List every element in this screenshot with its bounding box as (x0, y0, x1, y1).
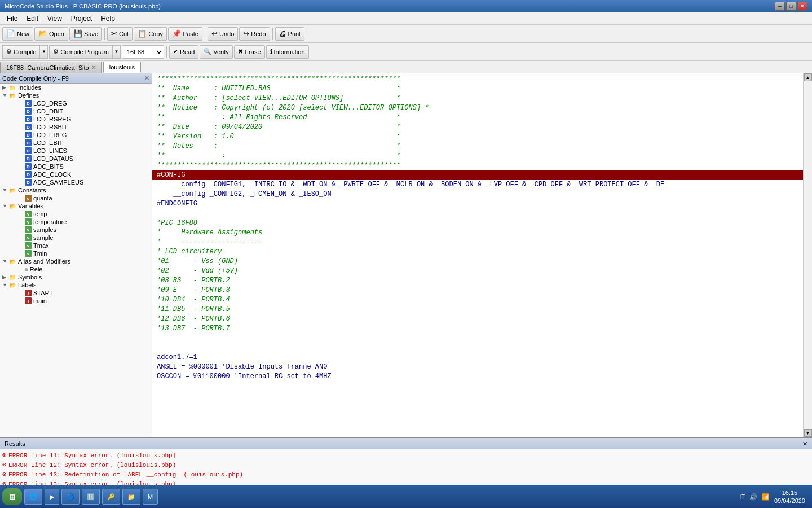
tree-includes[interactable]: ▶ 📁 Includes (0, 84, 152, 91)
tree-var-samples[interactable]: vsamples (0, 226, 152, 234)
undo-button[interactable]: ↩ Undo (208, 27, 238, 41)
tree-define-lcd_ebit[interactable]: DLCD_EBIT (0, 139, 152, 147)
open-button[interactable]: 📂 Open (34, 27, 68, 41)
main-area: Code Compile Only - F9 ✕ ▶ 📁 Includes ▼ … (0, 73, 812, 437)
tree-define-adc_clock[interactable]: DADC_CLOCK (0, 170, 152, 178)
tree-defines[interactable]: ▼ 📂 Defines (0, 91, 152, 99)
defines-expand-icon: ▼ (2, 93, 9, 98)
code-line: '* : All Rights Reserved * (157, 113, 798, 122)
code-editor[interactable]: '***************************************… (152, 73, 803, 437)
read-icon: ✔ (173, 48, 178, 55)
taskbar-chrome[interactable]: 🔵 (61, 489, 80, 505)
tree-define-lcd_rsbit[interactable]: DLCD_RSBIT (0, 123, 152, 131)
taskbar-explorer[interactable]: 📁 (122, 489, 140, 505)
close-button[interactable]: ✕ (797, 2, 807, 11)
error-line: ⊗ERROR Line 11: Syntax error. (louisloui… (2, 450, 810, 460)
tab-louislouis[interactable]: louislouis (103, 62, 141, 73)
tree-define-lcd_ereg[interactable]: DLCD_EREG (0, 131, 152, 139)
tab-close-camera[interactable]: ✕ (91, 64, 96, 71)
define-icon: D (25, 100, 32, 107)
minimize-button[interactable]: ─ (775, 2, 785, 11)
compile-program-dropdown[interactable]: ▼ (113, 45, 121, 59)
tree-define-lcd_dataus[interactable]: DLCD_DATAUS (0, 155, 152, 163)
tree-define-lcd_rsreg[interactable]: DLCD_RSREG (0, 115, 152, 123)
print-button[interactable]: 🖨 Print (275, 27, 305, 41)
menu-help[interactable]: Help (96, 14, 120, 24)
tree-define-adc_bits[interactable]: DADC_BITS (0, 163, 152, 170)
tree-symbols[interactable]: ▶ 📁 Symbols (0, 273, 152, 281)
tree-var-tmin[interactable]: vTmin (0, 249, 152, 257)
constants-label: Constants (18, 187, 46, 194)
save-button[interactable]: 💾 Save (69, 27, 102, 41)
right-scrollbar[interactable]: ▲ ▼ (803, 73, 812, 437)
tree-var-temp[interactable]: vtemp (0, 210, 152, 218)
copy-button[interactable]: 📋 Copy (134, 27, 167, 41)
tree-quanta[interactable]: c quanta (0, 194, 152, 202)
taskbar-ie[interactable]: 🌐 (24, 489, 42, 505)
separator2 (205, 28, 205, 40)
tree-constants[interactable]: ▼ 📂 Constants (0, 186, 152, 194)
menu-project[interactable]: Project (67, 14, 96, 24)
compile-icon: ⚙ (6, 48, 12, 55)
labels-expand-icon: ▼ (2, 282, 9, 288)
left-panel-close[interactable]: ✕ (144, 75, 149, 82)
main-label: main (33, 297, 47, 304)
paste-button[interactable]: 📌 Paste (168, 27, 202, 41)
scroll-up-button[interactable]: ▲ (804, 73, 812, 81)
tree-define-lcd_dbit[interactable]: DLCD_DBIT (0, 107, 152, 115)
left-panel-title: Code Compile Only - F9 (2, 75, 69, 82)
erase-button[interactable]: ✖ Erase (234, 45, 265, 59)
define-label: LCD_DATAUS (33, 155, 73, 162)
tab-16f88-camera[interactable]: 16F88_CameraClimatica_Sito ✕ (0, 62, 102, 73)
compile-program-button[interactable]: ⚙ Compile Program (49, 45, 113, 59)
tree-start[interactable]: l START (0, 289, 152, 297)
redo-button[interactable]: ↪ Redo (239, 27, 270, 41)
code-line: '01 - Vss (GND) (157, 257, 798, 266)
chip-selector[interactable]: 16F88 16F84A 16F628A (122, 45, 164, 59)
tree-var-tmax[interactable]: vTmax (0, 242, 152, 249)
define-icon: D (25, 147, 32, 154)
tree-define-adc_sampleus[interactable]: DADC_SAMPLEUS (0, 178, 152, 186)
defines-children: DLCD_DREGDLCD_DBITDLCD_RSREGDLCD_RSBITDL… (0, 99, 152, 186)
taskbar-media[interactable]: ▶ (45, 489, 59, 505)
tree-var-temperature[interactable]: vtemperature (0, 218, 152, 226)
compile-button[interactable]: ⚙ Compile (2, 45, 40, 59)
var-label: sample (33, 234, 53, 241)
information-button[interactable]: ℹ Information (266, 45, 309, 59)
menu-file[interactable]: File (2, 14, 22, 24)
taskbar-m[interactable]: M (143, 489, 158, 505)
save-icon: 💾 (73, 29, 82, 38)
tree-var-sample[interactable]: vsample (0, 234, 152, 242)
tree-rele[interactable]: ≡ Rele (0, 265, 152, 273)
code-line: '* Notes : * (157, 142, 798, 151)
window-title: MicroCode Studio Plus - PICBASIC PRO (lo… (5, 3, 161, 10)
define-icon: D (25, 108, 32, 115)
open-icon: 📂 (38, 29, 47, 38)
tree-main[interactable]: l main (0, 297, 152, 305)
start-button[interactable]: ⊞ (2, 488, 22, 505)
menu-view[interactable]: View (43, 14, 67, 24)
scroll-down-button[interactable]: ▼ (804, 429, 812, 437)
cut-button[interactable]: ✂ Cut (107, 27, 133, 41)
tree-define-lcd_dreg[interactable]: DLCD_DREG (0, 99, 152, 107)
compile-dropdown[interactable]: ▼ (40, 45, 48, 59)
tree-variables[interactable]: ▼ 📂 Variables (0, 202, 152, 210)
tree-define-lcd_lines[interactable]: DLCD_LINES (0, 147, 152, 155)
new-icon: 📄 (6, 29, 15, 38)
read-button[interactable]: ✔ Read (169, 45, 198, 59)
maximize-button[interactable]: □ (786, 2, 796, 11)
verify-button[interactable]: 🔍 Verify (200, 45, 233, 59)
define-icon: D (25, 155, 32, 162)
taskbar-calc[interactable]: 🔢 (82, 489, 100, 505)
labels-label: Labels (18, 282, 36, 288)
code-content: '***************************************… (152, 73, 803, 383)
new-button[interactable]: 📄 New (2, 27, 33, 41)
var-label: Tmin (33, 250, 47, 257)
results-close[interactable]: ✕ (802, 440, 807, 448)
menu-bar: File Edit View Project Help (0, 12, 812, 25)
taskbar-keys[interactable]: 🔑 (102, 489, 120, 505)
menu-edit[interactable]: Edit (22, 14, 43, 24)
tree-alias[interactable]: ▼ 📂 Alias and Modifiers (0, 257, 152, 265)
undo-icon: ↩ (211, 29, 218, 38)
tree-labels[interactable]: ▼ 📂 Labels (0, 281, 152, 289)
